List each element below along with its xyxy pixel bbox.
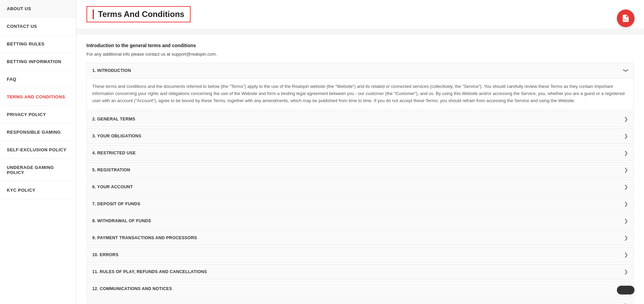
- accordion-section-9: 9. PAYMENT TRANSACTIONS AND PROCESSORS❯: [86, 230, 634, 246]
- accordion-section-7: 7. DEPOSIT OF FUNDS❯: [86, 196, 634, 212]
- accordion-section-12: 12. COMMUNICATIONS AND NOTICES❯: [86, 281, 634, 297]
- accordion-label-5: 5. REGISTRATION: [92, 168, 130, 172]
- accordion-header-4[interactable]: 4. RESTRICTED USE❯: [87, 146, 633, 160]
- intro-text: For any additional info please contact u…: [86, 52, 634, 57]
- accordion-section-5: 5. REGISTRATION❯: [86, 162, 634, 178]
- chevron-down-icon-4: ❯: [624, 150, 628, 156]
- accordion-header-11[interactable]: 11. RULES OF PLAY, REFUNDS AND CANCELLAT…: [87, 264, 633, 279]
- accordion-section-13: 13. MATTERS BEYOND OUR CONTROL❯: [86, 298, 634, 304]
- pdf-icon: [621, 14, 630, 23]
- page-title-box: Terms And Conditions: [86, 6, 191, 22]
- accordion-label-10: 10. ERRORS: [92, 252, 118, 257]
- accordion-header-1[interactable]: 1. INTRODUCTION❯: [87, 63, 633, 78]
- chevron-down-icon-9: ❯: [624, 235, 628, 241]
- accordion-label-7: 7. DEPOSIT OF FUNDS: [92, 202, 140, 206]
- accordion-label-9: 9. PAYMENT TRANSACTIONS AND PROCESSORS: [92, 235, 197, 240]
- chevron-down-icon-8: ❯: [624, 218, 628, 224]
- accordion-body-1: These terms and conditions and the docum…: [87, 78, 633, 110]
- sidebar-item-self-exclusion-policy[interactable]: SELF-EXCLUSION POLICY: [0, 141, 76, 159]
- sidebar-item-privacy-policy[interactable]: PRIVACY POLICY: [0, 106, 76, 124]
- accordion-label-6: 6. YOUR ACCOUNT: [92, 185, 133, 189]
- chevron-down-icon-6: ❯: [624, 184, 628, 190]
- intro-heading: Introduction to the general terms and co…: [86, 43, 634, 48]
- accordion-header-9[interactable]: 9. PAYMENT TRANSACTIONS AND PROCESSORS❯: [87, 230, 633, 245]
- sidebar-item-contact-us[interactable]: CONTACT US: [0, 18, 76, 35]
- accordion-header-13[interactable]: 13. MATTERS BEYOND OUR CONTROL❯: [87, 298, 633, 304]
- sidebar-item-underage-gaming-policy[interactable]: UNDERAGE GAMING POLICY: [0, 159, 76, 182]
- chevron-down-icon-10: ❯: [624, 252, 628, 258]
- accordion-section-1: 1. INTRODUCTION❯These terms and conditio…: [86, 63, 634, 110]
- accordion-section-10: 10. ERRORS❯: [86, 247, 634, 263]
- accordion-label-12: 12. COMMUNICATIONS AND NOTICES: [92, 286, 172, 291]
- accordion-header-5[interactable]: 5. REGISTRATION❯: [87, 163, 633, 177]
- page-title: Terms And Conditions: [98, 10, 184, 19]
- sidebar-item-responsible-gaming[interactable]: RESPONSIBLE GAMING: [0, 124, 76, 141]
- chevron-down-icon-7: ❯: [624, 201, 628, 207]
- accordion-label-11: 11. RULES OF PLAY, REFUNDS AND CANCELLAT…: [92, 269, 207, 274]
- sidebar-item-betting-information[interactable]: BETTING INFORMATION: [0, 53, 76, 71]
- accordion-section-8: 8. WITHDRAWAL OF FUNDS❯: [86, 213, 634, 229]
- sidebar-item-faq[interactable]: FAQ: [0, 71, 76, 88]
- accordion-header-10[interactable]: 10. ERRORS❯: [87, 247, 633, 262]
- sidebar: ABOUT USCONTACT USBETTING RULESBETTING I…: [0, 0, 76, 304]
- dark-mode-toggle[interactable]: [617, 286, 635, 294]
- accordion-header-8[interactable]: 8. WITHDRAWAL OF FUNDS❯: [87, 213, 633, 228]
- sidebar-item-terms-and-conditions[interactable]: TERMS AND CONDITIONS: [0, 88, 76, 106]
- chevron-down-icon-3: ❯: [624, 133, 628, 139]
- intro-text-content: For any additional info please contact u…: [86, 52, 217, 57]
- chevron-down-icon-2: ❯: [624, 116, 628, 122]
- accordion-section-6: 6. YOUR ACCOUNT❯: [86, 179, 634, 195]
- accordion-label-4: 4. RESTRICTED USE: [92, 151, 136, 155]
- content-area: Introduction to the general terms and co…: [76, 35, 644, 304]
- accordion-section-11: 11. RULES OF PLAY, REFUNDS AND CANCELLAT…: [86, 264, 634, 280]
- accordion-label-3: 3. YOUR OBLIGATIONS: [92, 134, 141, 138]
- accordion-section-2: 2. GENERAL TERMS❯: [86, 111, 634, 127]
- pdf-button[interactable]: [617, 10, 635, 27]
- accordion-header-3[interactable]: 3. YOUR OBLIGATIONS❯: [87, 129, 633, 144]
- accordion-header-6[interactable]: 6. YOUR ACCOUNT❯: [87, 179, 633, 194]
- chevron-down-icon-1: ❯: [623, 69, 629, 73]
- accordion-header-2[interactable]: 2. GENERAL TERMS❯: [87, 112, 633, 127]
- chevron-down-icon-11: ❯: [624, 269, 628, 274]
- page-header: Terms And Conditions: [76, 0, 644, 28]
- title-bar-decoration: [93, 10, 94, 19]
- accordion-label-1: 1. INTRODUCTION: [92, 68, 131, 73]
- main-content: Terms And Conditions Introduction to the…: [76, 0, 644, 304]
- accordion-header-12[interactable]: 12. COMMUNICATIONS AND NOTICES❯: [87, 281, 633, 296]
- sidebar-item-betting-rules[interactable]: BETTING RULES: [0, 35, 76, 53]
- sidebar-item-kyc-policy[interactable]: KYC POLICY: [0, 182, 76, 199]
- accordion-container: 1. INTRODUCTION❯These terms and conditio…: [86, 63, 634, 304]
- accordion-header-7[interactable]: 7. DEPOSIT OF FUNDS❯: [87, 196, 633, 211]
- accordion-section-3: 3. YOUR OBLIGATIONS❯: [86, 128, 634, 144]
- accordion-section-4: 4. RESTRICTED USE❯: [86, 145, 634, 161]
- accordion-label-8: 8. WITHDRAWAL OF FUNDS: [92, 218, 151, 223]
- accordion-label-2: 2. GENERAL TERMS: [92, 117, 135, 121]
- chevron-down-icon-5: ❯: [624, 167, 628, 173]
- sidebar-item-about-us[interactable]: ABOUT US: [0, 0, 76, 18]
